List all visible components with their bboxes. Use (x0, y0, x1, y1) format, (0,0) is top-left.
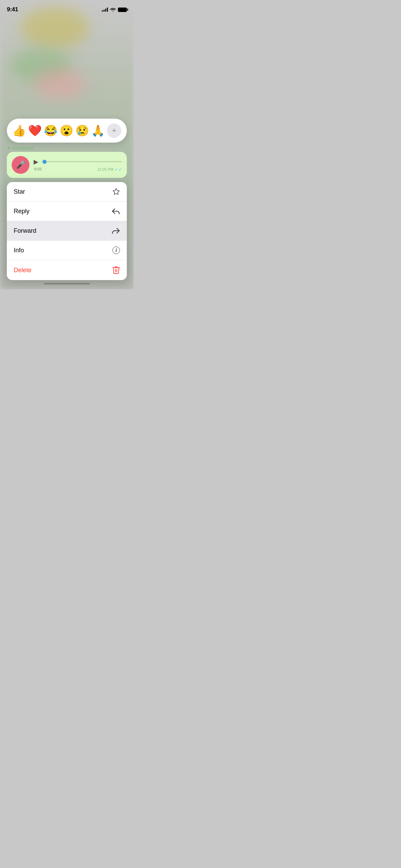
emoji-heart[interactable]: ❤️ (28, 125, 42, 136)
context-menu: Star Reply Forward Info i (7, 182, 127, 280)
home-indicator (0, 280, 134, 286)
emoji-laugh[interactable]: 😂 (44, 125, 58, 136)
trash-icon (112, 266, 120, 274)
audio-meta: 0:03 12:25 PM ✓✓ (34, 167, 122, 172)
battery-icon (118, 8, 127, 12)
audio-duration: 0:03 (34, 167, 41, 172)
forward-icon (112, 227, 120, 234)
delete-label: Delete (14, 267, 32, 274)
info-icon: i (112, 246, 120, 254)
star-icon (112, 188, 120, 195)
reply-label: Reply (14, 208, 29, 215)
audio-progress-track[interactable] (42, 161, 122, 162)
star-label: Star (14, 188, 25, 195)
audio-controls: ▶ 0:03 12:25 PM ✓✓ (34, 158, 122, 172)
menu-item-delete[interactable]: Delete (7, 260, 127, 280)
forward-arrow-icon: ➤ (7, 145, 11, 150)
message-timestamp: 12:25 PM ✓✓ (97, 167, 122, 172)
emoji-reaction-bar: 👍 ❤️ 😂 😮 😢 🙏 + (7, 119, 127, 143)
signal-icon (102, 8, 108, 12)
home-bar (44, 283, 90, 285)
forwarded-label: ➤ Forwarded (7, 145, 127, 150)
menu-item-star[interactable]: Star (7, 182, 127, 202)
menu-item-forward[interactable]: Forward (7, 221, 127, 241)
reply-icon (112, 207, 120, 215)
message-bubble-container: ➤ Forwarded 🎤 ▶ 0:03 12:25 PM ✓✓ (7, 145, 127, 178)
mic-button[interactable]: 🎤 (12, 156, 29, 174)
play-button[interactable]: ▶ (34, 158, 38, 166)
menu-item-reply[interactable]: Reply (7, 202, 127, 221)
status-bar: 9:41 (0, 0, 134, 17)
menu-item-info[interactable]: Info i (7, 241, 127, 260)
emoji-more-button[interactable]: + (107, 123, 121, 138)
status-icons (102, 8, 127, 12)
mic-icon: 🎤 (16, 160, 25, 169)
emoji-cry[interactable]: 😢 (75, 125, 89, 136)
read-receipt-icon: ✓✓ (114, 167, 122, 172)
voice-message-bubble: 🎤 ▶ 0:03 12:25 PM ✓✓ (7, 152, 127, 178)
wifi-icon (110, 8, 116, 12)
emoji-wow[interactable]: 😮 (60, 125, 73, 136)
forward-label: Forward (14, 227, 36, 234)
audio-progress-dot (42, 160, 47, 164)
info-label: Info (14, 247, 24, 254)
emoji-thumbsup[interactable]: 👍 (12, 125, 26, 136)
status-time: 9:41 (7, 6, 18, 13)
emoji-pray[interactable]: 🙏 (91, 125, 105, 136)
